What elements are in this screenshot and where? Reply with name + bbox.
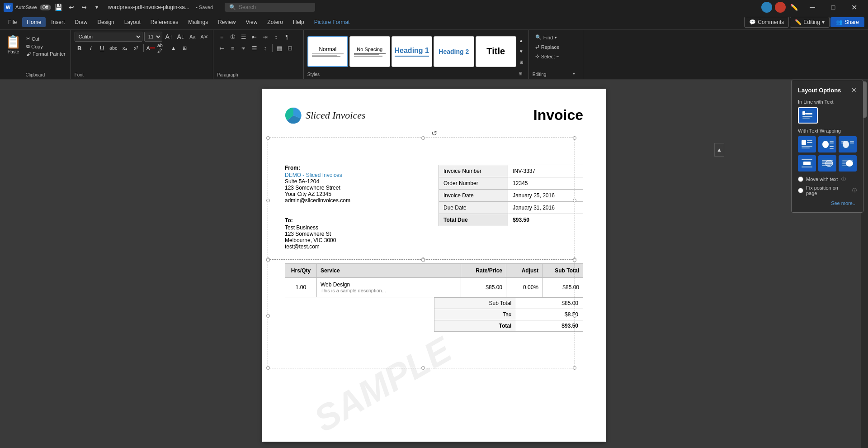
from-section: From: DEMO - Sliced Invoices Suite 5A-12…: [285, 165, 429, 204]
layout-wrap-square[interactable]: [798, 136, 816, 153]
menu-home[interactable]: Home: [22, 17, 46, 27]
font-color-button[interactable]: A: [146, 43, 156, 53]
decrease-indent-button[interactable]: ⇤: [250, 32, 259, 42]
shading2-button[interactable]: ▦: [274, 43, 284, 53]
fix-position-radio[interactable]: Fix position on page ⓘ: [798, 185, 857, 196]
from-company-link[interactable]: DEMO - Sliced Invoices: [285, 172, 429, 178]
styles-scroll-up[interactable]: ▲: [518, 36, 525, 46]
close-button[interactable]: ✕: [844, 0, 864, 14]
col-rate: Rate/Price: [461, 264, 506, 278]
editing-dropdown-button[interactable]: ✏️ Editing ▾: [790, 17, 830, 28]
menu-view[interactable]: View: [241, 17, 262, 27]
format-painter-button[interactable]: 🖌 Format Painter: [25, 51, 67, 57]
superscript-button[interactable]: x²: [131, 43, 141, 53]
scroll-up-button[interactable]: ▲: [714, 143, 724, 157]
clear-formatting-button[interactable]: A✕: [199, 32, 209, 42]
comments-button[interactable]: 💬 Comments: [744, 17, 789, 28]
redo-button[interactable]: ↪: [79, 2, 89, 12]
menu-review[interactable]: Review: [213, 17, 240, 27]
menu-design[interactable]: Design: [93, 17, 118, 27]
menu-help[interactable]: Help: [288, 17, 309, 27]
paste-button[interactable]: 📋 Paste: [4, 33, 23, 55]
save-icon[interactable]: 💾: [54, 2, 64, 12]
more-icon[interactable]: ▾: [92, 2, 102, 12]
pen-icon[interactable]: ✏️: [788, 2, 799, 13]
search-input[interactable]: [239, 4, 307, 10]
layout-panel-close[interactable]: ✕: [851, 86, 857, 94]
change-case-button[interactable]: Aa: [188, 32, 198, 42]
show-marks-button[interactable]: ¶: [282, 32, 292, 42]
maximize-button[interactable]: □: [823, 0, 844, 14]
highlight-button[interactable]: ab🖊: [157, 43, 167, 53]
decrease-font-button[interactable]: A↓: [176, 32, 186, 42]
layout-inline-button[interactable]: [798, 107, 818, 124]
layout-wrap-tight[interactable]: [818, 136, 836, 153]
layout-wrap-through[interactable]: [839, 136, 857, 153]
user-profile-icon[interactable]: [761, 2, 772, 13]
menu-mailings[interactable]: Mailings: [184, 17, 212, 27]
undo-button[interactable]: ↩: [66, 2, 76, 12]
font-size-select[interactable]: 11: [144, 32, 162, 42]
layout-wrap-topbottom-icon: [800, 157, 814, 169]
layout-wrap-infront[interactable]: [839, 155, 857, 172]
menu-insert[interactable]: Insert: [47, 17, 69, 27]
multilevel-button[interactable]: ☰: [239, 32, 249, 42]
style-title[interactable]: Title: [476, 36, 516, 67]
menu-picture-format[interactable]: Picture Format: [310, 17, 354, 27]
avatar[interactable]: [775, 2, 786, 13]
menu-file[interactable]: File: [4, 17, 21, 27]
italic-button[interactable]: I: [86, 43, 96, 53]
see-more-link[interactable]: See more...: [798, 200, 857, 206]
bold-button[interactable]: B: [75, 43, 85, 53]
cut-button[interactable]: ✂ Cut: [25, 35, 67, 42]
rotation-handle[interactable]: ↺: [429, 129, 439, 138]
align-left-button[interactable]: ⫦: [217, 43, 227, 53]
menu-draw[interactable]: Draw: [70, 17, 92, 27]
menu-zotero[interactable]: Zotero: [263, 17, 288, 27]
item-adjust: 0.00%: [506, 278, 542, 297]
font-family-select[interactable]: Calibri: [75, 32, 142, 42]
styles-dialog-button[interactable]: ⊞: [519, 71, 525, 77]
align-right-button[interactable]: ⫧: [239, 43, 249, 53]
justify-button[interactable]: ☰: [250, 43, 259, 53]
move-with-text-radio[interactable]: Move with text ⓘ: [798, 176, 857, 182]
menu-layout[interactable]: Layout: [120, 17, 145, 27]
menu-references[interactable]: References: [146, 17, 183, 27]
styles-scroll-down[interactable]: ▼: [518, 47, 525, 57]
increase-indent-button[interactable]: ⇥: [260, 32, 270, 42]
style-heading1[interactable]: Heading 1: [392, 36, 432, 67]
align-center-button[interactable]: ≡: [228, 43, 238, 53]
select-button[interactable]: ⊹ Select ~: [533, 52, 579, 60]
style-heading2[interactable]: Heading 2: [434, 36, 474, 67]
layout-wrap-topbottom[interactable]: [798, 155, 816, 172]
bullets-button[interactable]: ≡: [217, 32, 227, 42]
editing-group-label: Editing: [533, 72, 547, 77]
svg-rect-3: [802, 111, 805, 115]
underline-button[interactable]: U: [97, 43, 107, 53]
border-button[interactable]: ⊞: [180, 43, 190, 53]
style-no-spacing[interactable]: No Spacing: [349, 36, 390, 67]
minimize-button[interactable]: ─: [802, 0, 823, 14]
share-button[interactable]: 👥 Share: [830, 17, 864, 27]
total-label-tax: Tax: [434, 309, 516, 320]
search-box[interactable]: 🔍: [225, 3, 315, 12]
find-button[interactable]: 🔍 Find ▾: [533, 33, 579, 41]
editing-expand[interactable]: ▾: [573, 71, 579, 77]
increase-font-button[interactable]: A↑: [164, 32, 174, 42]
copy-button[interactable]: ⧉ Copy: [25, 43, 67, 50]
styles-expand[interactable]: ⊞: [518, 57, 525, 67]
comment-icon: 💬: [749, 19, 756, 25]
numbering-button[interactable]: ①: [228, 32, 238, 42]
layout-wrap-behind[interactable]: [818, 155, 836, 172]
sort-button[interactable]: ↕: [271, 32, 281, 42]
shading-button[interactable]: ▲: [169, 43, 179, 53]
autosave-toggle[interactable]: Off: [40, 5, 51, 10]
subscript-button[interactable]: x₂: [120, 43, 130, 53]
line-spacing-button[interactable]: ↕: [260, 43, 270, 53]
strikethrough-button[interactable]: abc: [108, 43, 118, 53]
replace-button[interactable]: ⇄ Replace: [533, 43, 579, 51]
borders-button[interactable]: ⊡: [285, 43, 295, 53]
style-normal[interactable]: Normal: [307, 36, 348, 67]
svg-rect-2: [805, 113, 812, 114]
font-group-label: Font: [75, 72, 209, 77]
